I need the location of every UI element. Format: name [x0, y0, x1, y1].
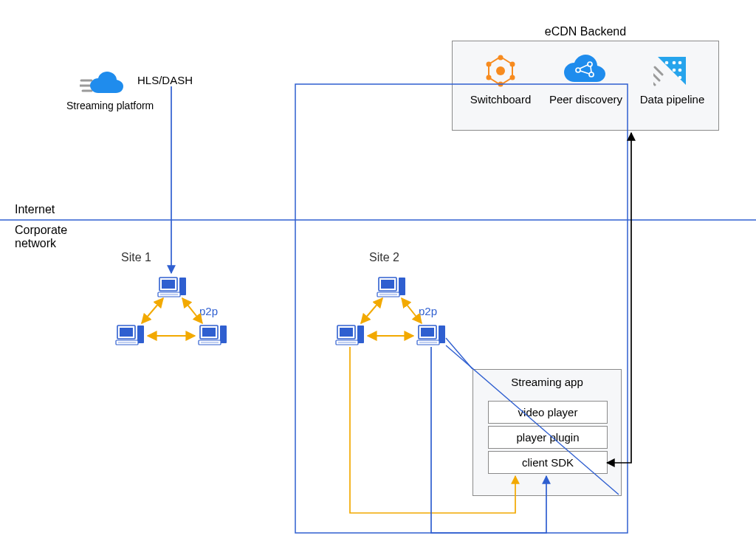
pc-icon — [116, 326, 144, 345]
svg-point-4 — [510, 75, 515, 80]
switchboard-icon — [482, 52, 519, 92]
svg-point-14 — [673, 69, 676, 72]
arrow-p2p-bidir — [361, 298, 382, 323]
svg-point-3 — [510, 62, 515, 67]
svg-point-2 — [498, 82, 504, 87]
svg-marker-10 — [658, 57, 686, 85]
svg-point-16 — [678, 76, 682, 80]
svg-point-0 — [496, 66, 505, 75]
svg-point-13 — [678, 61, 682, 65]
p2p-label-1: p2p — [199, 305, 218, 317]
video-player-box: video player — [488, 401, 608, 424]
svg-point-1 — [498, 55, 504, 61]
client-sdk-box: client SDK — [488, 451, 608, 474]
svg-point-15 — [678, 69, 682, 72]
pc-icon — [158, 278, 186, 297]
player-plugin-box: player plugin — [488, 426, 608, 449]
corporate-network-label: Corporate network — [15, 224, 67, 250]
streaming-app-box: Streaming app video player player plugin… — [472, 369, 622, 496]
peer-discovery-label: Peer discovery — [547, 93, 625, 106]
site2-label: Site 2 — [369, 251, 399, 264]
streaming-platform-icon — [80, 70, 127, 102]
p2p-label-2: p2p — [419, 305, 437, 317]
diagram-canvas: eCDN Backend Switchboard — [0, 0, 756, 558]
streaming-app-title: Streaming app — [473, 376, 621, 388]
svg-line-19 — [653, 78, 655, 85]
ecdn-backend-box: eCDN Backend Switchboard — [452, 41, 719, 131]
svg-point-12 — [673, 61, 676, 65]
pc-icon — [336, 326, 364, 345]
pc-icon — [377, 278, 405, 297]
streaming-platform-label: Streaming platform — [66, 100, 154, 111]
hls-dash-label: HLS/DASH — [137, 74, 193, 86]
svg-point-5 — [487, 62, 492, 67]
data-pipeline-label: Data pipeline — [637, 93, 707, 106]
pc-icon — [417, 326, 445, 345]
pc-icon — [199, 326, 227, 345]
ecdn-title: eCDN Backend — [453, 25, 718, 38]
svg-line-17 — [655, 67, 662, 75]
svg-point-11 — [665, 61, 669, 65]
site1-label: Site 1 — [121, 251, 151, 264]
callout-line — [446, 338, 472, 369]
svg-point-6 — [487, 75, 492, 80]
svg-line-18 — [653, 72, 659, 80]
switchboard-label: Switchboard — [467, 93, 534, 106]
arrow-p2p-bidir — [142, 298, 163, 323]
data-pipeline-icon — [653, 52, 690, 92]
peer-discovery-icon — [562, 51, 608, 89]
internet-label: Internet — [15, 203, 55, 216]
